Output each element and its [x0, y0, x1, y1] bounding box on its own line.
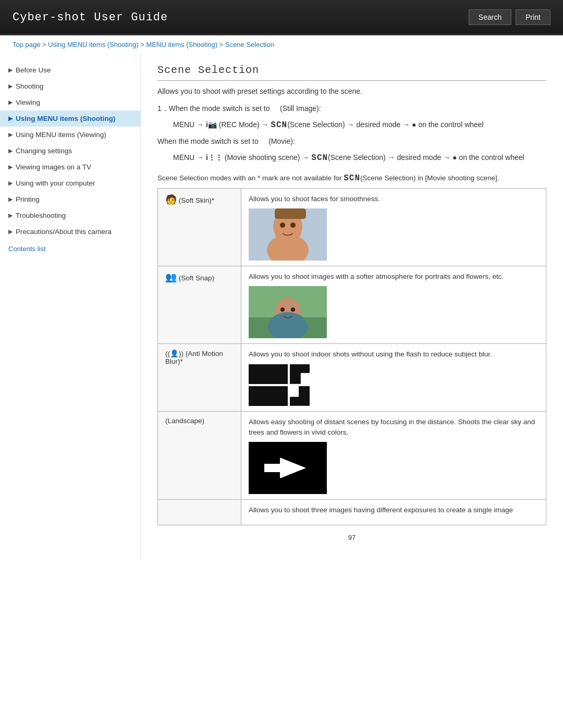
svg-point-10: [280, 307, 285, 312]
scene-content-last: Allows you to shoot three images having …: [241, 500, 546, 525]
breadcrumb-using-menu-shooting[interactable]: Using MENU items (Shooting): [48, 41, 138, 48]
table-row: 👥 (Soft Snap) Allows you to shoot images…: [158, 266, 546, 344]
anti-blur-shape1: [290, 364, 310, 384]
sidebar-label-troubleshooting: Troubleshooting: [16, 212, 66, 219]
sidebar-label-using-computer: Using with your computer: [16, 179, 95, 187]
anti-blur-row1: [249, 364, 332, 384]
sidebar-item-viewing-tv[interactable]: ▶ Viewing images on a TV: [0, 159, 140, 175]
sidebar-item-printing[interactable]: ▶ Printing: [0, 191, 140, 207]
instruction-line-2: MENU → i📷 (REC Mode) → SCN(Scene Selecti…: [157, 118, 546, 132]
instructions: 1．When the mode switch is set to (Still …: [157, 103, 546, 165]
breadcrumb-sep1: >: [42, 41, 48, 48]
sidebar-item-changing-settings[interactable]: ▶ Changing settings: [0, 143, 140, 159]
soft-skin-desc: Allows you to shoot faces for smoothness…: [249, 194, 538, 204]
search-button[interactable]: Search: [469, 9, 511, 25]
sidebar-label-using-menu-viewing: Using MENU items (Viewing): [16, 131, 106, 139]
arrow-icon: ▶: [8, 67, 13, 73]
breadcrumb-sep3: >: [219, 41, 225, 48]
anti-blur-image: [249, 364, 332, 406]
scene-content-soft-snap: Allows you to shoot images with a softer…: [241, 266, 546, 344]
arrow-icon: ▶: [8, 212, 13, 219]
sidebar-item-shooting[interactable]: ▶ Shooting: [0, 78, 140, 94]
sidebar-label-using-menu-shooting: Using MENU items (Shooting): [16, 115, 115, 122]
note-text: Scene Selection modes with an * mark are…: [157, 174, 546, 183]
page-title: Scene Selection: [157, 64, 546, 81]
page-number: 97: [157, 525, 546, 550]
instr1-prefix: 1．When the mode switch is set to (Still …: [157, 104, 321, 113]
sidebar-item-using-computer[interactable]: ▶ Using with your computer: [0, 175, 140, 191]
instruction-line-1: 1．When the mode switch is set to (Still …: [157, 103, 546, 115]
scene-content-soft-skin: Allows you to shoot faces for smoothness…: [241, 188, 546, 266]
sidebar-label-viewing-tv: Viewing images on a TV: [16, 163, 91, 171]
scn-label-1: SCN: [271, 120, 287, 130]
anti-blur-desc: Allows you to shoot indoor shots without…: [249, 349, 538, 360]
sidebar-label-viewing: Viewing: [16, 98, 40, 106]
table-row: Allows you to shoot three images having …: [158, 500, 546, 525]
anti-blur-icon: ((👤)) (Anti Motion Blur)*: [165, 350, 223, 365]
contents-list-link[interactable]: Contents list: [0, 240, 140, 258]
soft-skin-svg: [249, 208, 327, 261]
arrow-icon: ▶: [8, 196, 13, 203]
last-desc: Allows you to shoot three images having …: [249, 505, 538, 515]
breadcrumb: Top page > Using MENU items (Shooting) >…: [0, 35, 563, 54]
scn-label-note: SCN: [344, 174, 360, 183]
landscape-image: [249, 442, 327, 494]
instruction-line-4: MENU → i⋮⋮ (Movie shooting scene) → SCN(…: [157, 151, 546, 165]
sidebar-item-viewing[interactable]: ▶ Viewing: [0, 94, 140, 110]
soft-skin-image: [249, 208, 327, 261]
scene-label-landscape: (Landscape): [158, 411, 241, 500]
sidebar: ▶ Before Use ▶ Shooting ▶ Viewing ▶ Usin…: [0, 54, 141, 560]
arrow-icon: ▶: [8, 99, 13, 106]
anti-blur-dark1: [249, 364, 288, 384]
sidebar-item-troubleshooting[interactable]: ▶ Troubleshooting: [0, 207, 140, 224]
movie-mode-icon: i⋮⋮: [206, 153, 223, 162]
scene-label-soft-skin: 🧑 (Soft Skin)*: [158, 188, 241, 266]
header: Cyber-shot User Guide Search Print: [0, 0, 563, 35]
sidebar-label-shooting: Shooting: [16, 82, 43, 90]
soft-snap-label: (Soft Snap): [179, 274, 214, 282]
breadcrumb-scene-selection[interactable]: Scene Selection: [225, 41, 274, 48]
scene-table: 🧑 (Soft Skin)* Allows you to shoot faces…: [157, 188, 546, 526]
sidebar-label-before-use: Before Use: [16, 66, 51, 74]
landscape-desc: Allows easy shooting of distant scenes b…: [249, 417, 538, 438]
anti-blur-shape2: [290, 386, 310, 406]
arrow-icon: ▶: [8, 164, 13, 170]
breadcrumb-menu-items-shooting[interactable]: MENU items (Shooting): [146, 41, 218, 48]
print-button[interactable]: Print: [516, 9, 550, 25]
instr2-prefix: When the mode switch is set to (Movie):: [157, 137, 295, 145]
soft-snap-icon: 👥: [165, 272, 177, 282]
breadcrumb-sep2: >: [140, 41, 146, 48]
sidebar-item-using-menu-viewing[interactable]: ▶ Using MENU items (Viewing): [0, 127, 140, 143]
svg-point-3: [280, 223, 285, 228]
rec-mode-icon: i📷: [206, 120, 217, 129]
sidebar-label-changing-settings: Changing settings: [16, 147, 72, 155]
scene-label-soft-snap: 👥 (Soft Snap): [158, 266, 241, 344]
soft-skin-label: (Soft Skin)*: [179, 196, 214, 204]
arrow-icon: ▶: [8, 115, 13, 122]
scn-label-2: SCN: [311, 153, 328, 163]
intro-text: Allows you to shoot with preset settings…: [157, 87, 546, 95]
table-row: ((👤)) (Anti Motion Blur)* Allows you to …: [158, 344, 546, 411]
arrow-icon: ▶: [8, 83, 13, 90]
sidebar-item-precautions[interactable]: ▶ Precautions/About this camera: [0, 224, 140, 240]
soft-snap-svg: [249, 286, 327, 338]
app-title: Cyber-shot User Guide: [13, 11, 168, 24]
svg-point-11: [291, 307, 295, 312]
sidebar-label-precautions: Precautions/About this camera: [16, 228, 112, 236]
arrow-icon: ▶: [8, 131, 13, 138]
table-row: 🧑 (Soft Skin)* Allows you to shoot faces…: [158, 188, 546, 266]
soft-snap-desc: Allows you to shoot images with a softer…: [249, 272, 538, 282]
main-layout: ▶ Before Use ▶ Shooting ▶ Viewing ▶ Usin…: [0, 54, 563, 560]
svg-rect-5: [275, 208, 306, 219]
scene-content-landscape: Allows easy shooting of distant scenes b…: [241, 411, 546, 500]
arrow-icon: ▶: [8, 180, 13, 187]
sidebar-item-using-menu-shooting[interactable]: ▶ Using MENU items (Shooting): [0, 110, 140, 127]
sidebar-item-before-use[interactable]: ▶ Before Use: [0, 62, 140, 78]
table-row: (Landscape) Allows easy shooting of dist…: [158, 411, 546, 500]
breadcrumb-toppage[interactable]: Top page: [13, 41, 41, 48]
header-buttons: Search Print: [469, 9, 550, 25]
sidebar-label-printing: Printing: [16, 195, 40, 203]
soft-skin-icon: 🧑: [165, 194, 177, 205]
anti-blur-dark2: [249, 386, 288, 406]
main-content: Scene Selection Allows you to shoot with…: [141, 54, 563, 560]
